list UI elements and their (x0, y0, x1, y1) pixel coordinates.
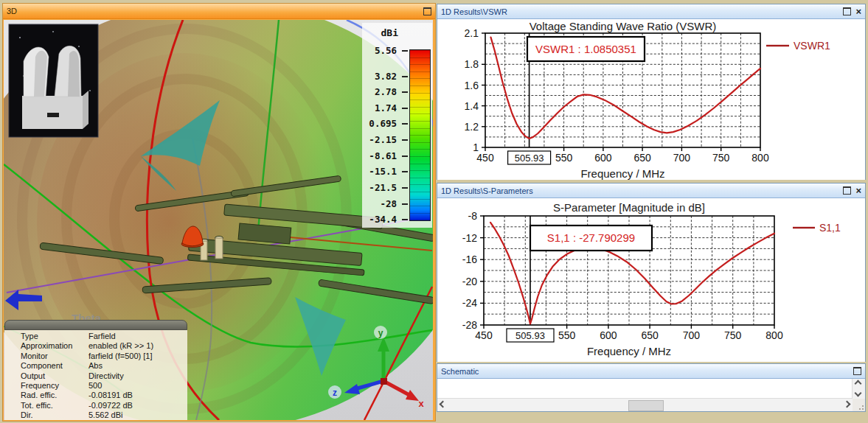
colorbar-tick-label: 0.695 (353, 119, 397, 129)
y-tick-label: -24 (462, 297, 477, 309)
info-value: farfield (f=500) [1] (88, 352, 187, 361)
info-value: Abs (88, 361, 187, 371)
model-thumbnail (9, 24, 98, 137)
feed-cylinder (215, 238, 223, 259)
marker-annotation-text: VSWR1 : 1.0850351 (535, 43, 636, 55)
x-tick-label: 450 (476, 152, 494, 164)
x-tick-label: 750 (712, 152, 730, 164)
scroll-right-icon[interactable] (841, 399, 853, 409)
colorbar-tick-label: -15.1 (353, 167, 397, 177)
y-tick-label: -8 (468, 210, 478, 222)
x-tick-label: 450 (475, 329, 493, 341)
farfield-info-box: TypeFarfield Approximationenabled (kR >>… (4, 320, 187, 419)
scrollbar-thumb[interactable] (628, 400, 664, 411)
info-label: Approximation (21, 341, 88, 351)
vswr-chart[interactable]: 2.11.81.61.41.21450550600650700750800505… (437, 19, 865, 180)
maximize-icon[interactable] (423, 7, 431, 15)
info-label: Component (21, 361, 88, 371)
chart-title: Voltage Standing Wave Ratio (VSWR) (530, 20, 717, 32)
info-value: 5.562 dBi (88, 410, 187, 420)
axis-label-x: x (418, 398, 424, 409)
colorbar-tick-label: 1.74 (353, 103, 397, 113)
maximize-icon[interactable] (853, 367, 861, 375)
sparam-chart[interactable]: -8-12-16-20-24-2845055060065070075080050… (437, 198, 865, 362)
y-tick-label: -16 (462, 254, 477, 265)
close-icon[interactable]: × (855, 187, 861, 195)
info-box-handle[interactable] (4, 320, 187, 330)
y-tick-label: 1.4 (465, 100, 479, 112)
scroll-up-icon[interactable] (853, 379, 864, 388)
colorbar-tick-label: 3.82 (353, 71, 397, 82)
schematic-titlebar[interactable]: Schematic (437, 364, 865, 379)
colorbar: dBi 5.56 3.82 2.78 1.74 0.695 -2.15 -8.6… (362, 23, 432, 228)
resize-grip[interactable] (853, 399, 865, 411)
chart-title: S-Parameter [Magnitude in dB] (553, 201, 705, 214)
schematic-canvas[interactable] (437, 379, 853, 399)
schematic-canvas-area (437, 379, 865, 411)
panel-3d-title: 3D (3, 7, 423, 15)
marker-annotation-text: S1,1 : -27.790299 (547, 231, 635, 244)
colorbar-gradient (409, 49, 431, 221)
y-tick-label: -12 (462, 232, 477, 244)
x-tick-label: 550 (555, 152, 573, 164)
x-tick-label: 550 (558, 329, 576, 341)
colorbar-tick-label: -21.5 (353, 183, 397, 193)
colorbar-tick-label: -34.4 (353, 214, 397, 225)
colorbar-tick-label: 2.78 (353, 87, 397, 97)
axis-label-z: z (333, 388, 337, 398)
y-tick-label: 1.2 (465, 121, 479, 133)
x-tick-label: 650 (641, 329, 659, 341)
info-value: enabled (kR >> 1) (88, 341, 187, 351)
scroll-down-icon[interactable] (853, 388, 864, 398)
info-value: 500 (88, 381, 187, 391)
vswr-titlebar[interactable]: 1D Results\VSWR × (437, 4, 865, 19)
info-value: Farfield (88, 332, 187, 341)
panel-schematic: Schematic (437, 363, 866, 412)
x-axis-title: Frequency / MHz (580, 167, 664, 180)
horizontal-scrollbar[interactable] (437, 398, 853, 411)
info-label: Monitor (21, 352, 88, 361)
x-tick-label: 600 (600, 329, 617, 341)
close-icon[interactable]: × (855, 8, 861, 15)
scroll-left-icon[interactable] (437, 399, 448, 409)
y-tick-label: 1.8 (465, 58, 479, 70)
x-tick-label: 700 (683, 329, 701, 341)
panel-vswr: 1D Results\VSWR × 2.11.81.61.41.21450550… (437, 4, 866, 180)
colorbar-tick-label: -2.15 (353, 135, 397, 145)
x-tick-label: 800 (765, 329, 783, 341)
x-tick-label: 650 (633, 152, 651, 164)
colorbar-tick-label: -8.61 (353, 151, 397, 161)
y-tick-label: 1.6 (465, 80, 479, 91)
x-tick-label: 700 (673, 152, 691, 164)
x-tick-label: 600 (594, 152, 612, 164)
3d-viewport[interactable]: y z x (4, 20, 433, 420)
info-label: Type (21, 332, 88, 341)
vswr-panel-title: 1D Results\VSWR (437, 7, 843, 16)
legend-label[interactable]: VSWR1 (794, 40, 830, 52)
info-label: Frequency (21, 381, 88, 391)
y-tick-label: -20 (462, 276, 477, 287)
vertical-scrollbar[interactable] (852, 379, 865, 399)
schematic-panel-title: Schematic (437, 367, 853, 376)
maximize-icon[interactable] (843, 186, 851, 195)
colorbar-tick-label: 5.56 (353, 46, 397, 56)
marker-value-label: 505.93 (515, 153, 544, 164)
info-label: Dir. (21, 410, 88, 420)
maximize-icon[interactable] (843, 7, 851, 15)
info-label: Rad. effic. (21, 391, 88, 400)
info-label: Output (21, 371, 88, 381)
info-value: -0.08191 dB (88, 391, 187, 400)
y-tick-label: 2.1 (465, 27, 479, 39)
axis-label-y: y (378, 328, 383, 338)
panel-3d: 3D (2, 3, 436, 422)
x-axis-title: Frequency / MHz (587, 345, 671, 357)
colorbar-unit: dBi (381, 27, 398, 38)
info-value: Directivity (88, 371, 187, 381)
legend-label[interactable]: S1,1 (819, 222, 841, 234)
panel-sparam: 1D Results\S-Parameters × -8-12-16-20-24… (437, 183, 866, 362)
x-tick-label: 800 (751, 152, 769, 164)
marker-value-label: 505.93 (515, 330, 545, 341)
sparam-titlebar[interactable]: 1D Results\S-Parameters × (437, 183, 865, 198)
panel-3d-titlebar[interactable]: 3D (3, 4, 435, 19)
info-label: Tot. effic. (21, 401, 88, 410)
